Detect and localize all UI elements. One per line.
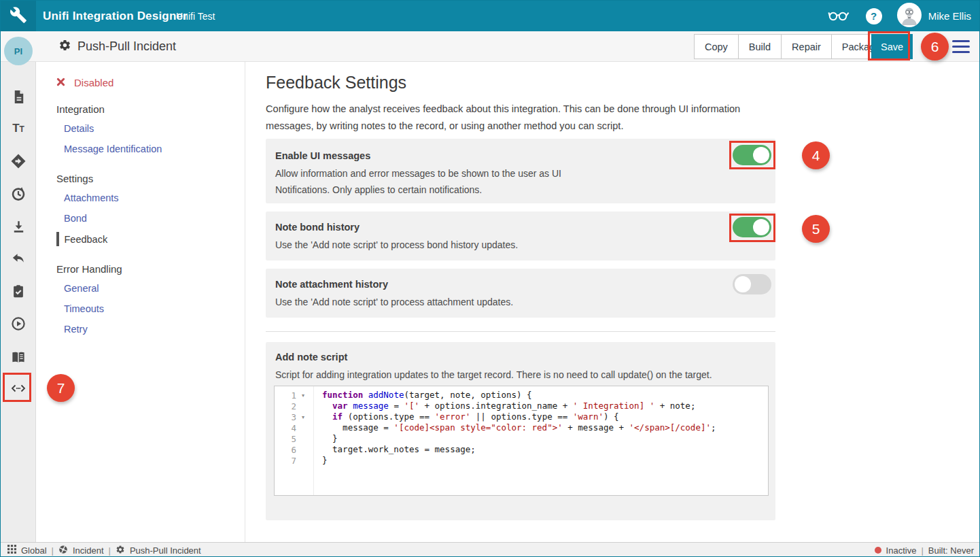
built-label: Built: Never: [928, 545, 974, 556]
status-label: Inactive: [886, 545, 917, 556]
nav-section-error-handling: Error Handling: [56, 263, 122, 275]
editor-gutter[interactable]: 1▾23▾4567: [275, 386, 314, 495]
annotation-badge-7: 7: [47, 374, 75, 402]
enable-ui-messages-toggle[interactable]: [733, 145, 771, 165]
breadcrumb-global[interactable]: Global: [21, 545, 47, 556]
diamond-arrow-icon[interactable]: [1, 152, 36, 170]
setting-card-add-note-script: Add note script Script for adding integr…: [266, 342, 775, 520]
settings-nav: Disabled Integration Details Message Ide…: [37, 62, 245, 542]
setting-title: Enable UI messages: [275, 150, 370, 161]
setting-description: Script for adding integration updates to…: [275, 367, 712, 383]
note-bond-history-toggle[interactable]: [733, 217, 771, 237]
annotation-badge-6: 6: [921, 33, 949, 61]
document-icon[interactable]: [1, 88, 36, 105]
nav-item-general[interactable]: General: [64, 283, 99, 294]
history-icon[interactable]: [1, 185, 36, 203]
editor-code[interactable]: function addNote(target, note, options) …: [314, 386, 768, 495]
wrench-icon: [10, 6, 27, 27]
incident-icon: [58, 545, 68, 556]
setting-card-enable-ui-messages: Enable UI messages Allow information and…: [266, 139, 775, 203]
page-title: Push-Pull Incident: [77, 39, 176, 54]
top-bar: Unifi Integration Designer Unifi Test ?: [1, 1, 980, 31]
inactive-status-dot: [875, 547, 881, 554]
section-description: Configure how the analyst receives feedb…: [266, 101, 777, 135]
note-attachment-history-toggle[interactable]: [733, 274, 771, 294]
grid-icon: [7, 545, 16, 556]
icon-rail: TT ▶: [1, 62, 36, 542]
setting-card-note-bond-history: Note bond history Use the 'Add note scri…: [266, 212, 775, 260]
active-indicator: [56, 232, 59, 246]
annotation-badge-4: 4: [802, 141, 830, 169]
setting-title: Note bond history: [275, 222, 360, 233]
environment-name[interactable]: Unifi Test: [176, 1, 215, 31]
setting-description: Use the 'Add note script' to process bon…: [275, 237, 518, 253]
app-window: Unifi Integration Designer Unifi Test ?: [0, 0, 980, 557]
setting-title: Note attachment history: [275, 279, 388, 290]
nav-item-bond[interactable]: Bond: [64, 213, 87, 224]
annotation-badge-5: 5: [802, 215, 830, 243]
app-logo[interactable]: [1, 1, 36, 31]
nav-item-retry[interactable]: Retry: [64, 324, 88, 335]
breadcrumb-incident[interactable]: Incident: [73, 545, 104, 556]
breadcrumb-integration[interactable]: Push-Pull Incident: [130, 545, 201, 556]
user-menu[interactable]: Mike Ellis: [897, 3, 971, 29]
status-bar: Global | Incident | Push-Pull Incident I…: [1, 542, 980, 557]
setting-card-note-attachment-history: Note attachment history Use the 'Add not…: [266, 269, 775, 318]
help-icon[interactable]: ?: [866, 8, 882, 24]
gear-icon: [58, 39, 71, 54]
download-icon[interactable]: [1, 218, 36, 235]
repair-button[interactable]: Repair: [781, 34, 832, 59]
book-icon[interactable]: [1, 348, 36, 366]
x-icon: [56, 77, 65, 88]
nav-item-disabled[interactable]: Disabled: [56, 77, 113, 88]
user-name: Mike Ellis: [928, 10, 971, 22]
copy-button[interactable]: Copy: [694, 34, 739, 59]
gear-icon-small: [116, 545, 125, 556]
reply-icon[interactable]: [1, 250, 36, 267]
nav-item-details[interactable]: Details: [64, 123, 94, 134]
divider: [266, 331, 775, 332]
text-icon[interactable]: TT: [1, 120, 36, 137]
nav-item-timeouts[interactable]: Timeouts: [64, 303, 104, 314]
nav-item-feedback-active[interactable]: Feedback: [56, 232, 107, 246]
section-heading: Feedback Settings: [266, 73, 406, 92]
setting-description: Use the 'Add note script' to process att…: [275, 294, 513, 310]
nav-item-attachments[interactable]: Attachments: [64, 192, 119, 203]
integration-avatar[interactable]: PI: [4, 37, 33, 65]
nav-section-settings: Settings: [56, 173, 93, 184]
setting-description: Allow information and error messages to …: [275, 165, 588, 198]
code-editor[interactable]: 1▾23▾4567 function addNote(target, note,…: [274, 386, 769, 496]
build-button[interactable]: Build: [738, 34, 782, 59]
avatar: [897, 3, 922, 29]
code-icon[interactable]: [1, 379, 36, 396]
save-button[interactable]: Save: [871, 34, 913, 59]
app-title: Unifi Integration Designer: [43, 1, 188, 31]
glasses-icon[interactable]: [826, 7, 851, 26]
setting-title: Add note script: [275, 352, 347, 362]
task-check-icon[interactable]: [1, 282, 36, 300]
nav-item-message-identification[interactable]: Message Identification: [64, 144, 162, 154]
menu-icon[interactable]: [952, 40, 970, 53]
play-icon[interactable]: [1, 315, 36, 333]
nav-section-integration: Integration: [56, 103, 105, 115]
